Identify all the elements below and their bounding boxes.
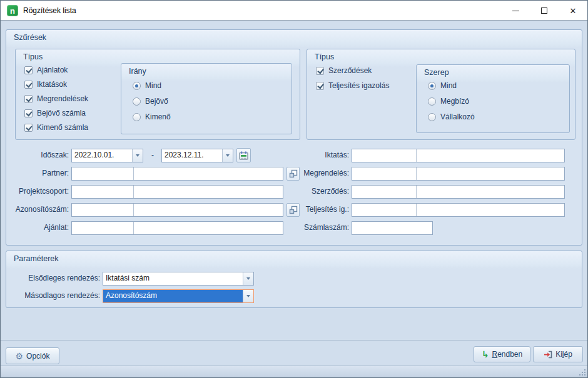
role-groupbox: Szerep Mind Megbízó Vállalkozó <box>416 64 570 133</box>
completion-label: Teljesítés ig.: <box>281 205 349 214</box>
direction-caption: Irány <box>129 67 146 76</box>
radio-dot[interactable] <box>428 113 436 121</box>
resize-grip[interactable] <box>577 367 585 376</box>
radio-direction-kimeno[interactable]: Kimenő <box>133 111 171 122</box>
minimize-icon <box>512 11 519 11</box>
minimize-button[interactable] <box>502 1 529 21</box>
radio-dot[interactable] <box>133 97 141 106</box>
role-caption: Szerep <box>424 68 449 77</box>
contract-field <box>352 185 565 199</box>
radio-label: Bejövő <box>145 97 168 106</box>
close-icon: ✕ <box>570 7 577 15</box>
status-bar <box>1 366 587 377</box>
primary-sort-value[interactable]: Iktatási szám <box>103 272 243 285</box>
checkbox-box[interactable] <box>24 81 33 89</box>
order-label: Megrendelés: <box>281 169 349 177</box>
contract-name-input[interactable] <box>417 186 564 198</box>
exit-button[interactable]: Kilép <box>533 346 583 362</box>
primary-sort-row: Elsődleges rendezés: Iktatási szám <box>6 272 582 286</box>
primary-sort-combo[interactable]: Iktatási szám <box>103 272 254 286</box>
radio-role-mind[interactable]: Mind <box>428 80 457 91</box>
secondary-sort-label: Másodlagos rendezés: <box>6 291 100 300</box>
order-name-input[interactable] <box>417 167 564 180</box>
radio-direction-mind[interactable]: Mind <box>133 80 161 91</box>
checkbox-box[interactable] <box>316 67 324 75</box>
radio-label: Kimenő <box>145 112 171 121</box>
order-code-input[interactable] <box>352 167 417 180</box>
filing-field <box>352 149 565 162</box>
radio-role-megbizo[interactable]: Megbízó <box>428 96 469 107</box>
secondary-sort-value[interactable]: Azonosítószám <box>103 290 243 302</box>
filing-code-input[interactable] <box>352 149 417 162</box>
checkbox-megrendelesek[interactable]: Megrendelések <box>24 93 88 104</box>
completion-field <box>352 203 565 217</box>
radio-label: Megbízó <box>440 97 469 106</box>
checkbox-label: Megrendelések <box>37 94 88 103</box>
filters-caption: Szűrések <box>14 33 46 42</box>
radio-role-vallalkozo[interactable]: Vállalkozó <box>428 111 475 122</box>
radio-dot[interactable] <box>428 82 436 90</box>
footer-separator <box>1 340 587 341</box>
completion-row: Teljesítés ig.: <box>6 203 582 217</box>
checkbox-label: Teljesítés igazolás <box>328 81 389 90</box>
checkbox-teljesites-igazolas[interactable]: Teljesítés igazolás <box>316 80 389 91</box>
maximize-button[interactable] <box>530 1 558 21</box>
invoice-number-row: Számlaszám: <box>6 221 582 235</box>
app-icon-glyph: n <box>10 6 15 16</box>
checkbox-label: Bejövő számla <box>37 109 86 117</box>
maximize-icon <box>541 7 547 14</box>
checkbox-box[interactable] <box>24 109 33 117</box>
close-button[interactable]: ✕ <box>559 1 587 21</box>
secondary-sort-dropdown-button[interactable] <box>243 290 253 302</box>
chevron-down-icon <box>246 277 250 280</box>
primary-sort-dropdown-button[interactable] <box>243 272 253 285</box>
secondary-sort-combo[interactable]: Azonosítószám <box>103 289 254 303</box>
radio-dot[interactable] <box>133 113 141 121</box>
checkbox-iktatasok[interactable]: Iktatások <box>24 79 67 90</box>
contract-row: Szerződés: <box>6 185 582 199</box>
checkbox-box[interactable] <box>24 66 33 74</box>
radio-direction-bejovo[interactable]: Bejövő <box>133 96 168 107</box>
checkbox-bejovo-szamla[interactable]: Bejövő számla <box>24 107 86 119</box>
chevron-down-icon <box>246 295 250 297</box>
completion-code-input[interactable] <box>352 204 417 216</box>
ok-arrow-icon: ↳ <box>482 350 489 359</box>
order-row: Megrendelés: <box>6 167 582 181</box>
filing-row: Iktatás: <box>6 149 582 162</box>
radio-dot[interactable] <box>133 82 141 90</box>
radio-label: Mind <box>145 81 161 90</box>
checkbox-box[interactable] <box>24 124 33 132</box>
checkbox-label: Kimenő számla <box>37 123 88 132</box>
options-button-label: Opciók <box>26 352 49 361</box>
filing-label: Iktatás: <box>281 151 349 159</box>
checkbox-kimeno-szamla[interactable]: Kimenő számla <box>24 122 88 133</box>
radio-dot[interactable] <box>428 97 436 106</box>
type-left-caption: Típus <box>23 52 43 61</box>
checkbox-ajanlatok[interactable]: Ajánlatok <box>24 64 68 76</box>
window-title: Rögzítések lista <box>23 1 76 21</box>
gear-icon: ⚙ <box>16 352 24 361</box>
checkbox-szerzodesek[interactable]: Szerződések <box>316 65 372 76</box>
app-icon: n <box>7 5 18 16</box>
primary-sort-label: Elsődleges rendezés: <box>6 274 100 282</box>
filing-name-input[interactable] <box>417 149 564 162</box>
ok-button-label: Rendben <box>492 350 523 359</box>
radio-label: Mind <box>440 81 457 90</box>
contract-label: Szerződés: <box>281 187 349 196</box>
dialog-window: n Rögzítések lista ✕ Szűrések Típus Aján… <box>0 0 588 378</box>
ok-button[interactable]: ↳ Rendben <box>474 346 530 362</box>
exit-button-label: Kilép <box>555 350 572 359</box>
type-right-groupbox: Típus Szerződések Teljesítés igazolás Sz… <box>307 49 575 140</box>
completion-name-input[interactable] <box>417 204 564 216</box>
type-right-caption: Típus <box>315 52 334 61</box>
options-button[interactable]: ⚙ Opciók <box>6 347 59 364</box>
title-bar: n Rögzítések lista ✕ <box>1 1 587 21</box>
contract-code-input[interactable] <box>352 186 417 198</box>
invoice-number-input[interactable] <box>352 221 433 235</box>
checkbox-box[interactable] <box>24 95 33 103</box>
direction-groupbox: Irány Mind Bejövő Kimenő <box>121 63 292 134</box>
type-left-groupbox: Típus Ajánlatok Iktatások Megrendelések … <box>15 49 300 140</box>
checkbox-box[interactable] <box>316 82 324 90</box>
checkbox-label: Iktatások <box>37 80 67 89</box>
invoice-number-label: Számlaszám: <box>281 223 349 232</box>
